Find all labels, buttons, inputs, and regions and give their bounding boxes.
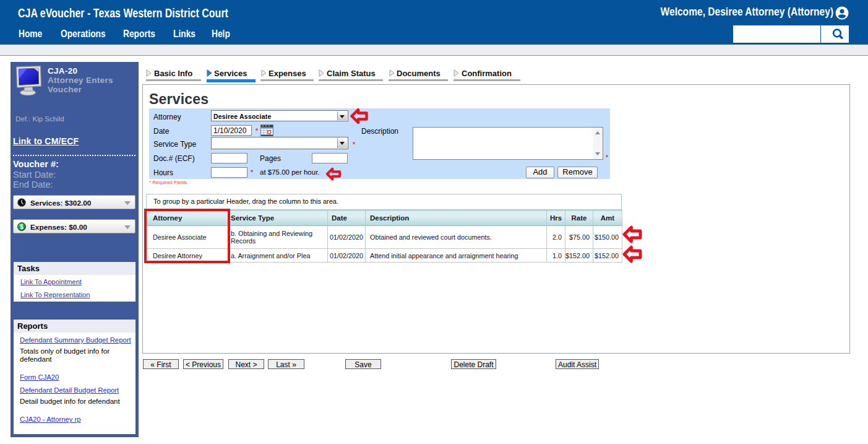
svg-text:$: $ xyxy=(20,224,24,230)
